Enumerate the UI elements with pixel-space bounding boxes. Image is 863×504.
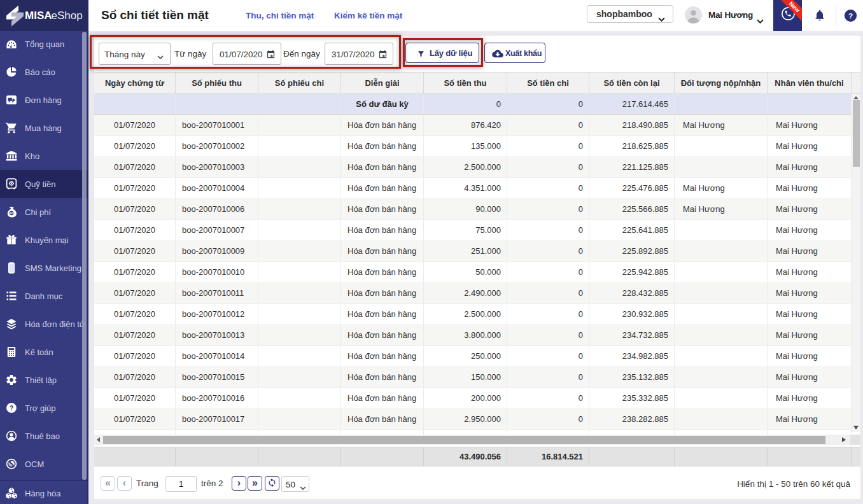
- svg-text:?: ?: [848, 11, 853, 19]
- svg-text:eShop: eShop: [52, 10, 83, 22]
- svg-text:?: ?: [10, 405, 13, 412]
- svg-text:MISA: MISA: [25, 10, 52, 22]
